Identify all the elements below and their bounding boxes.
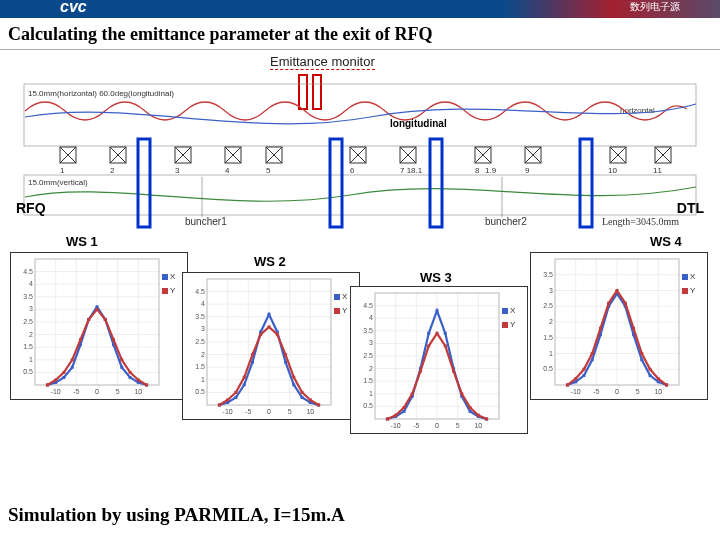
- svg-text:5: 5: [288, 408, 292, 415]
- svg-text:10: 10: [474, 422, 482, 429]
- svg-text:3: 3: [29, 305, 33, 312]
- svg-rect-226: [502, 308, 508, 314]
- svg-text:1: 1: [29, 356, 33, 363]
- svg-text:2: 2: [110, 166, 115, 175]
- svg-text:3.5: 3.5: [363, 327, 373, 334]
- svg-rect-97: [62, 371, 65, 374]
- rfq-label: RFQ: [16, 200, 46, 216]
- logo-text: cvc: [60, 0, 87, 16]
- svg-text:1.5: 1.5: [23, 343, 33, 350]
- svg-text:10: 10: [306, 408, 314, 415]
- svg-text:2.5: 2.5: [543, 302, 553, 309]
- footer-caption: Simulation by using PARMILA, I=15m.A: [0, 498, 353, 526]
- svg-rect-279: [657, 377, 660, 380]
- top-axis-note: 15.0mm(horizontal) 60.0deg(longitudinal): [28, 89, 174, 98]
- svg-text:3: 3: [549, 287, 553, 294]
- svg-text:0: 0: [95, 388, 99, 395]
- svg-text:1: 1: [60, 166, 65, 175]
- svg-text:4.5: 4.5: [23, 268, 33, 275]
- svg-text:2: 2: [29, 331, 33, 338]
- svg-text:11: 11: [653, 166, 662, 175]
- svg-rect-99: [79, 338, 82, 341]
- svg-text:4: 4: [201, 300, 205, 307]
- svg-text:3.5: 3.5: [543, 271, 553, 278]
- svg-rect-105: [129, 371, 132, 374]
- svg-text:-5: -5: [245, 408, 251, 415]
- svg-text:0: 0: [267, 408, 271, 415]
- svg-rect-107: [145, 384, 148, 387]
- svg-rect-225: [485, 418, 488, 421]
- header-cn: 数列电子源: [630, 0, 680, 14]
- ws1-plot: 0.511.522.533.544.5-10-50510XY: [10, 252, 188, 400]
- svg-text:1.5: 1.5: [543, 334, 553, 341]
- svg-text:-10: -10: [391, 422, 401, 429]
- svg-text:10: 10: [134, 388, 142, 395]
- svg-rect-106: [137, 378, 140, 381]
- svg-text:0.5: 0.5: [543, 365, 553, 372]
- svg-text:X: X: [170, 272, 176, 281]
- page-title: Calculating the emittance parameter at t…: [0, 18, 720, 50]
- svg-rect-169: [334, 308, 340, 314]
- svg-rect-264: [640, 358, 643, 361]
- svg-rect-155: [226, 398, 229, 401]
- header-band: cvc 数列电子源: [0, 0, 720, 18]
- svg-rect-220: [444, 344, 447, 347]
- svg-rect-161: [276, 333, 279, 336]
- svg-text:0.5: 0.5: [363, 402, 373, 409]
- svg-rect-222: [460, 392, 463, 395]
- svg-rect-100: [87, 318, 90, 321]
- svg-text:4.5: 4.5: [363, 302, 373, 309]
- svg-rect-215: [402, 406, 405, 409]
- svg-text:7   18.1: 7 18.1: [400, 166, 423, 175]
- svg-rect-160: [268, 325, 271, 328]
- ws3-caption: WS 3: [420, 270, 452, 285]
- svg-text:10: 10: [608, 166, 617, 175]
- svg-rect-216: [411, 392, 414, 395]
- svg-text:-10: -10: [571, 388, 581, 395]
- svg-rect-150: [292, 383, 295, 386]
- svg-rect-164: [301, 391, 304, 394]
- svg-text:2: 2: [369, 365, 373, 372]
- ws-plots: WS 1 WS 2 WS 3 WS 4 0.511.522.533.544.5-…: [10, 234, 710, 434]
- svg-text:X: X: [690, 272, 696, 281]
- svg-text:-5: -5: [593, 388, 599, 395]
- svg-rect-221: [452, 370, 455, 373]
- svg-text:1.5: 1.5: [195, 363, 205, 370]
- svg-text:Y: Y: [342, 306, 348, 315]
- svg-rect-276: [632, 327, 635, 330]
- vertical-note: 15.0mm(vertical): [28, 178, 88, 187]
- svg-text:-5: -5: [413, 422, 419, 429]
- ws3-plot: 0.511.522.533.544.5-10-50510XY: [350, 286, 528, 434]
- svg-text:5: 5: [116, 388, 120, 395]
- ws2-plot: 0.511.522.533.544.5-10-50510XY: [182, 272, 360, 420]
- svg-rect-277: [640, 352, 643, 355]
- svg-text:-5: -5: [73, 388, 79, 395]
- svg-rect-207: [444, 332, 447, 335]
- svg-text:10: 10: [654, 388, 662, 395]
- svg-text:Y: Y: [510, 320, 516, 329]
- svg-text:4: 4: [225, 166, 230, 175]
- svg-rect-157: [243, 376, 246, 379]
- svg-rect-85: [71, 366, 74, 369]
- svg-rect-91: [120, 366, 123, 369]
- svg-rect-108: [162, 274, 168, 280]
- emittance-monitor-label: Emittance monitor: [270, 54, 375, 70]
- svg-rect-271: [591, 352, 594, 355]
- svg-rect-166: [317, 404, 320, 407]
- svg-rect-223: [469, 406, 472, 409]
- ws4-caption: WS 4: [650, 234, 682, 249]
- ws2-caption: WS 2: [254, 254, 286, 269]
- svg-rect-265: [649, 374, 652, 377]
- svg-rect-283: [682, 288, 688, 294]
- svg-rect-96: [54, 378, 57, 381]
- svg-rect-272: [599, 327, 602, 330]
- svg-rect-163: [292, 376, 295, 379]
- svg-text:8: 8: [475, 166, 480, 175]
- ws1-box-icon: [138, 139, 150, 227]
- svg-text:1: 1: [549, 350, 553, 357]
- svg-text:3.5: 3.5: [195, 313, 205, 320]
- svg-text:1: 1: [201, 376, 205, 383]
- svg-rect-205: [427, 332, 430, 335]
- svg-rect-217: [419, 370, 422, 373]
- ws2-box-icon: [330, 139, 342, 227]
